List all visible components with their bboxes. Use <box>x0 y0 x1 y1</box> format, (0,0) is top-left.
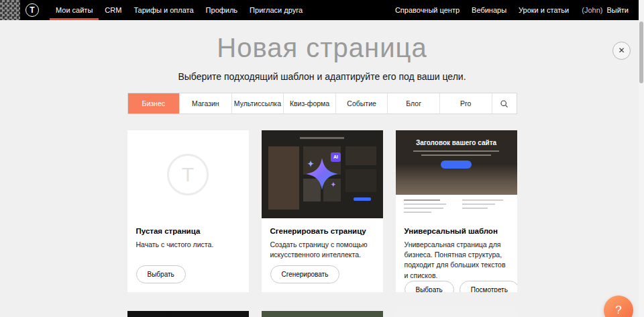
preview-cta-button <box>441 161 472 169</box>
close-button[interactable]: ✕ <box>612 42 631 60</box>
card-universal-template: Заголовок вашего сайта <box>396 130 517 292</box>
nav-item-lessons-articles[interactable]: Уроки и статьи <box>513 0 575 20</box>
search-icon <box>500 99 508 108</box>
page-subtitle: Выберите подходящий шаблон и адаптируйте… <box>0 71 644 82</box>
nav-right: Справочный центр Вебинары Уроки и статьи… <box>389 0 635 20</box>
collage-image <box>345 169 376 192</box>
card-partial-1 <box>127 311 249 317</box>
nav-item-crm[interactable]: CRM <box>99 0 127 20</box>
tab-business[interactable]: Бизнес <box>128 93 180 114</box>
partial-preview[interactable] <box>127 311 249 317</box>
tab-search[interactable] <box>492 93 517 114</box>
nav-left: Мои сайты CRM Тарифы и оплата Профиль Пр… <box>50 0 309 20</box>
select-blank-button[interactable]: Выбрать <box>136 265 186 283</box>
generate-button[interactable]: Сгенерировать <box>270 265 340 283</box>
preview-text-column <box>404 199 451 218</box>
ai-generate-preview[interactable]: AI <box>262 130 383 218</box>
question-icon: ? <box>615 304 621 317</box>
scrollbar-thumb[interactable] <box>639 21 643 83</box>
card-body: Пустая страница Начать с чистого листа. … <box>127 218 249 292</box>
tab-store[interactable]: Магазин <box>179 93 231 114</box>
tab-quiz-form[interactable]: Квиз-форма <box>283 93 335 114</box>
collage-button-bar <box>354 197 371 201</box>
tab-pro[interactable]: Pro <box>439 93 492 114</box>
card-actions: Выбрать <box>136 265 240 283</box>
nav-item-my-sites[interactable]: Мои сайты <box>50 0 99 20</box>
card-partial-3 <box>396 311 517 317</box>
tab-multilink[interactable]: Мультиссылка <box>231 93 284 114</box>
nav-item-invite-friend[interactable]: Пригласи друга <box>244 0 309 20</box>
template-cards: T Пустая страница Начать с чистого листа… <box>127 130 517 317</box>
logo-letter: T <box>30 5 34 15</box>
card-description: Универсальная страница для бизнеса. Поня… <box>405 240 508 281</box>
card-description: Начать с чистого листа. <box>136 240 240 250</box>
blank-page-preview[interactable]: T <box>127 130 249 218</box>
collage-image <box>345 146 376 165</box>
preview-hero-section: Заголовок вашего сайта <box>396 130 517 195</box>
nav-item-help-center[interactable]: Справочный центр <box>389 0 466 20</box>
collage-image <box>268 146 299 210</box>
logout-link[interactable]: Выйти <box>604 0 635 20</box>
card-partial-2 <box>262 311 383 317</box>
tab-event[interactable]: Событие <box>335 93 388 114</box>
nav-item-webinars[interactable]: Вебинары <box>466 0 513 20</box>
card-description: Создать страницу с помощью искусственног… <box>270 240 374 260</box>
close-icon: ✕ <box>618 46 625 55</box>
nav-item-profile[interactable]: Профиль <box>200 0 244 20</box>
card-title: Пустая страница <box>136 227 240 235</box>
card-title: Сгенерировать страницу <box>270 227 374 235</box>
card-actions: Выбрать Посмотреть <box>405 281 508 292</box>
card-title: Универсальный шаблон <box>405 227 508 235</box>
tilda-logo[interactable]: T <box>25 3 39 17</box>
universal-template-preview[interactable]: Заголовок вашего сайта <box>396 130 517 218</box>
help-button[interactable]: ? <box>604 296 633 317</box>
template-category-tabs: Бизнес Магазин Мультиссылка Квиз-форма С… <box>127 93 517 114</box>
tilda-watermark-logo: T <box>167 154 209 195</box>
card-body: Универсальный шаблон Универсальная стран… <box>396 218 517 292</box>
texture-swatch <box>0 0 20 20</box>
user-name: (John) <box>575 0 604 20</box>
select-template-button[interactable]: Выбрать <box>405 281 454 292</box>
card-blank-page: T Пустая страница Начать с чистого листа… <box>127 130 249 292</box>
preview-text-line <box>413 150 499 152</box>
nav-spacer <box>309 0 389 20</box>
partial-preview[interactable] <box>396 311 517 317</box>
card-body: Сгенерировать страницу Создать страницу … <box>262 218 383 292</box>
card-ai-generate: AI Сгенерировать страницу Создать страни… <box>262 130 383 292</box>
preview-text-section <box>396 195 517 218</box>
ai-badge: AI <box>331 152 341 162</box>
nav-item-plans-payment[interactable]: Тарифы и оплата <box>127 0 199 20</box>
new-page-screen: ✕ Новая страница Выберите подходящий шаб… <box>0 32 644 317</box>
page-title: Новая страница <box>0 32 644 63</box>
collage-header-bar <box>300 137 344 139</box>
top-navbar: T Мои сайты CRM Тарифы и оплата Профиль … <box>0 0 644 20</box>
preview-template-button[interactable]: Посмотреть <box>460 281 517 292</box>
preview-text-column <box>462 199 509 218</box>
preview-text-line <box>421 154 491 156</box>
preview-heading: Заголовок вашего сайта <box>416 139 496 146</box>
partial-preview[interactable] <box>262 311 383 317</box>
card-actions: Сгенерировать <box>270 265 374 283</box>
scrollbar[interactable] <box>639 0 644 317</box>
tab-blog[interactable]: Блог <box>387 93 439 114</box>
page: T Мои сайты CRM Тарифы и оплата Профиль … <box>0 0 644 317</box>
